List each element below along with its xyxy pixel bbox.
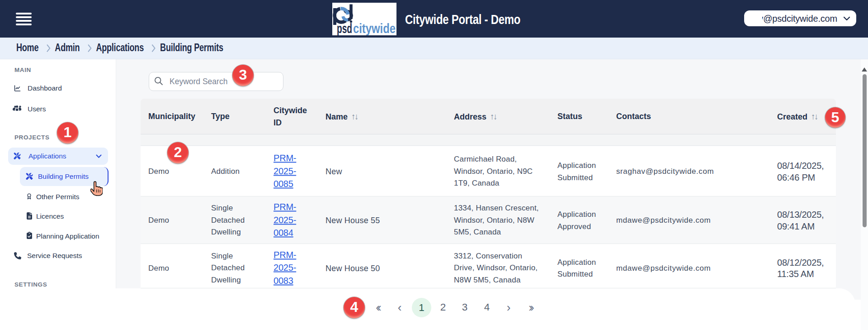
svg-text:psd: psd xyxy=(337,21,352,35)
svg-text:citywide: citywide xyxy=(353,21,396,35)
